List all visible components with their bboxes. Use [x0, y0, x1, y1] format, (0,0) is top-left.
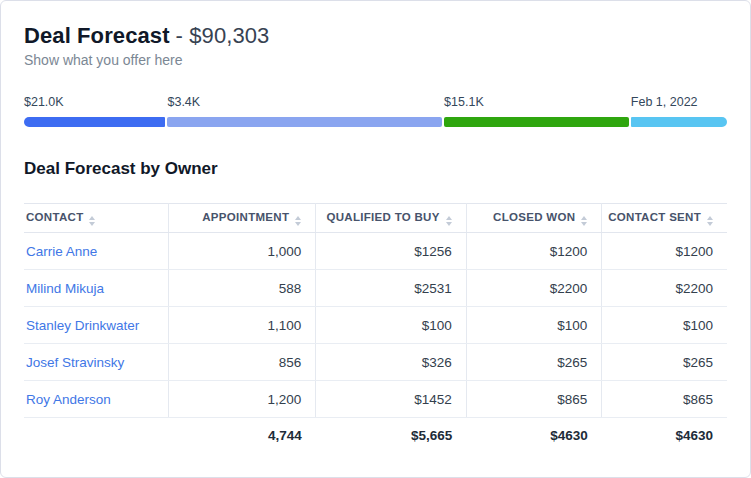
table-cell-qualified-to-buy: $100	[316, 307, 466, 344]
sort-icon	[581, 216, 587, 226]
table-cell-qualified-to-buy: $326	[316, 344, 466, 381]
sort-icon	[446, 216, 452, 226]
total-cell-qualified-to-buy: $5,665	[316, 418, 466, 454]
table-cell-appointment: 1,100	[168, 307, 316, 344]
table-header-row: CONTACTAPPOINTMENTQUALIFIED TO BUYCLOSED…	[24, 204, 727, 233]
contact-link[interactable]: Roy Anderson	[26, 392, 111, 407]
sort-icon	[295, 216, 301, 226]
contact-link[interactable]: Stanley Drinkwater	[26, 318, 139, 333]
contact-cell: Carrie Anne	[24, 233, 168, 270]
contact-cell: Roy Anderson	[24, 381, 168, 418]
page-title: Deal Forecast- $90,303	[24, 23, 727, 49]
progress-segment-label: $3.4K	[167, 95, 442, 110]
table-cell-contact-sent: $2200	[602, 270, 727, 307]
table-cell-qualified-to-buy: $1256	[316, 233, 466, 270]
section-title: Deal Forecast by Owner	[24, 159, 727, 179]
progress-segment	[24, 117, 165, 127]
column-header-label: APPOINTMENT	[202, 211, 289, 223]
progress-segment-label: $21.0K	[24, 95, 165, 110]
deal-forecast-table: CONTACTAPPOINTMENTQUALIFIED TO BUYCLOSED…	[24, 203, 727, 454]
table-cell-qualified-to-buy: $2531	[316, 270, 466, 307]
column-header-closed-won[interactable]: CLOSED WON	[466, 204, 602, 233]
totals-row: 4,744$5,665$4630$4630	[24, 418, 727, 454]
column-header-label: CONTACT	[26, 211, 83, 223]
table-cell-closed-won: $865	[466, 381, 602, 418]
total-cell-closed-won: $4630	[466, 418, 602, 454]
deal-forecast-card: Deal Forecast- $90,303 Show what you off…	[0, 0, 751, 478]
progress-segment	[167, 117, 442, 127]
table-row: Stanley Drinkwater1,100$100$100$100	[24, 307, 727, 344]
progress-segment-label: Feb 1, 2022	[631, 95, 727, 110]
table-row: Carrie Anne1,000$1256$1200$1200	[24, 233, 727, 270]
page-subtitle: Show what you offer here	[24, 52, 727, 69]
contact-cell: Stanley Drinkwater	[24, 307, 168, 344]
progress-segment	[444, 117, 629, 127]
table-cell-closed-won: $1200	[466, 233, 602, 270]
total-cell-appointment: 4,744	[168, 418, 316, 454]
table-cell-appointment: 1,000	[168, 233, 316, 270]
progress-segment	[631, 117, 727, 127]
page-title-amount: - $90,303	[176, 23, 270, 48]
column-header-contact[interactable]: CONTACT	[24, 204, 168, 233]
page-title-text: Deal Forecast	[24, 23, 170, 48]
table-cell-contact-sent: $100	[602, 307, 727, 344]
column-header-qualified-to-buy[interactable]: QUALIFIED TO BUY	[316, 204, 466, 233]
contact-link[interactable]: Milind Mikuja	[26, 281, 104, 296]
column-header-appointment[interactable]: APPOINTMENT	[168, 204, 316, 233]
table-row: Josef Stravinsky856$326$265$265	[24, 344, 727, 381]
table-cell-contact-sent: $1200	[602, 233, 727, 270]
column-header-label: QUALIFIED TO BUY	[326, 211, 439, 223]
table-cell-closed-won: $265	[466, 344, 602, 381]
column-header-contact-sent[interactable]: CONTACT SENT	[602, 204, 727, 233]
table-cell-qualified-to-buy: $1452	[316, 381, 466, 418]
column-header-label: CLOSED WON	[493, 211, 575, 223]
total-cell-contact-sent: $4630	[602, 418, 727, 454]
total-cell-contact	[24, 418, 168, 454]
table-cell-contact-sent: $865	[602, 381, 727, 418]
table-cell-appointment: 588	[168, 270, 316, 307]
progress-bar	[24, 117, 727, 127]
contact-link[interactable]: Carrie Anne	[26, 244, 97, 259]
card-content: Deal Forecast- $90,303 Show what you off…	[1, 23, 750, 454]
table-row: Roy Anderson1,200$1452$865$865	[24, 381, 727, 418]
table-row: Milind Mikuja588$2531$2200$2200	[24, 270, 727, 307]
table-cell-contact-sent: $265	[602, 344, 727, 381]
contact-link[interactable]: Josef Stravinsky	[26, 355, 124, 370]
sort-icon	[707, 216, 713, 226]
contact-cell: Milind Mikuja	[24, 270, 168, 307]
table-cell-appointment: 856	[168, 344, 316, 381]
progress-segment-label: $15.1K	[444, 95, 629, 110]
table-body: Carrie Anne1,000$1256$1200$1200Milind Mi…	[24, 233, 727, 454]
table-cell-closed-won: $100	[466, 307, 602, 344]
contact-cell: Josef Stravinsky	[24, 344, 168, 381]
column-header-label: CONTACT SENT	[608, 211, 701, 223]
table-cell-appointment: 1,200	[168, 381, 316, 418]
progress-labels: $21.0K$3.4K$15.1KFeb 1, 2022	[24, 95, 727, 110]
table-cell-closed-won: $2200	[466, 270, 602, 307]
sort-icon	[89, 216, 95, 226]
